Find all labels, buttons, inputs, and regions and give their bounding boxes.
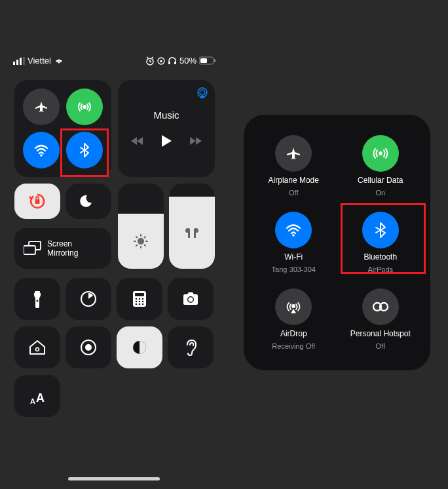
bluetooth-icon <box>371 221 390 239</box>
hotspot-sub: Off <box>376 342 385 350</box>
svg-rect-1 <box>16 60 18 65</box>
flashlight-tile[interactable] <box>14 278 60 320</box>
svg-rect-0 <box>13 62 15 65</box>
svg-rect-16 <box>35 199 40 204</box>
status-right: 50% <box>145 56 216 66</box>
screens-icon <box>24 241 42 256</box>
svg-rect-28 <box>34 293 41 296</box>
wifi-label: Wi-Fi <box>284 252 303 262</box>
svg-point-47 <box>85 344 92 351</box>
cellular-data-item[interactable]: Cellular Data On <box>337 128 424 205</box>
airplane-toggle[interactable] <box>23 88 60 125</box>
dark-mode-icon <box>131 339 148 356</box>
svg-point-50 <box>292 234 295 237</box>
home-tile[interactable] <box>14 326 60 368</box>
airdrop-item[interactable]: AirDrop Receiving Off <box>250 281 337 357</box>
svg-rect-11 <box>214 59 215 62</box>
cellular-sub: On <box>375 189 385 197</box>
hotspot-icon <box>371 300 390 313</box>
svg-point-34 <box>136 298 138 300</box>
rotation-lock-icon <box>28 191 47 211</box>
svg-line-25 <box>145 244 146 246</box>
shortcut-row-1 <box>14 278 214 320</box>
screen-mirroring-tile[interactable]: Screen Mirroring <box>14 228 111 269</box>
bluetooth-toggle-big[interactable] <box>362 212 399 248</box>
hotspot-toggle-big[interactable] <box>362 288 399 325</box>
hearing-tile[interactable] <box>168 326 214 368</box>
hotspot-item[interactable]: Personal Hotspot Off <box>337 281 424 357</box>
music-tile[interactable]: Music <box>118 80 215 177</box>
flashlight-icon <box>32 290 43 308</box>
camera-tile[interactable] <box>168 278 214 320</box>
wifi-icon <box>33 142 50 159</box>
prev-track-icon[interactable] <box>131 136 144 146</box>
cellular-icon <box>76 98 93 115</box>
svg-point-19 <box>138 238 144 244</box>
calculator-tile[interactable] <box>117 278 162 320</box>
wifi-item[interactable]: Wi-Fi Tang 303-304 <box>250 205 337 281</box>
brightness-icon <box>134 234 148 248</box>
svg-rect-33 <box>135 293 144 296</box>
home-icon <box>29 339 46 356</box>
camera-icon <box>181 292 200 306</box>
svg-point-45 <box>36 348 39 351</box>
airplane-sub: Off <box>289 189 298 197</box>
do-not-disturb-tile[interactable] <box>65 184 111 219</box>
screen-mirroring-label: Screen Mirroring <box>47 239 78 258</box>
svg-point-37 <box>136 301 138 303</box>
status-left: Viettel <box>13 56 64 66</box>
battery-icon <box>199 56 216 65</box>
brightness-slider[interactable] <box>118 184 164 269</box>
dark-mode-tile[interactable] <box>117 326 162 368</box>
airplane-label: Airplane Mode <box>269 176 319 185</box>
svg-rect-30 <box>35 291 40 293</box>
airplane-toggle-big[interactable] <box>275 135 312 172</box>
play-icon[interactable] <box>160 134 173 148</box>
bluetooth-label: Bluetooth <box>364 252 397 262</box>
svg-rect-3 <box>23 57 25 65</box>
svg-rect-18 <box>24 246 35 254</box>
svg-point-12 <box>83 105 86 109</box>
svg-line-26 <box>136 244 138 246</box>
svg-point-29 <box>37 300 39 302</box>
wifi-toggle-big[interactable] <box>275 212 312 248</box>
svg-point-40 <box>136 303 138 305</box>
moon-icon <box>80 193 97 210</box>
timer-tile[interactable] <box>65 278 111 320</box>
svg-point-41 <box>139 303 141 305</box>
svg-point-51 <box>291 304 295 308</box>
shortcut-row-2 <box>14 326 214 368</box>
bluetooth-sub: AirPods <box>367 265 393 273</box>
text-size-tile[interactable]: AA <box>14 375 60 417</box>
headphones-icon <box>168 56 177 66</box>
svg-point-36 <box>142 298 144 300</box>
wifi-toggle[interactable] <box>23 132 60 168</box>
rotation-lock-tile[interactable] <box>14 184 60 219</box>
cellular-toggle-big[interactable] <box>362 135 399 172</box>
svg-point-42 <box>142 303 144 305</box>
svg-rect-8 <box>174 62 176 64</box>
next-track-icon[interactable] <box>189 136 202 146</box>
svg-line-27 <box>145 237 146 238</box>
airpods-icon <box>184 225 200 240</box>
airdrop-toggle-big[interactable] <box>275 288 312 325</box>
ear-icon <box>183 338 198 357</box>
svg-point-38 <box>139 301 141 303</box>
airplane-mode-item[interactable]: Airplane Mode Off <box>250 128 337 205</box>
airdrop-label: AirDrop <box>280 329 307 338</box>
connectivity-tile[interactable] <box>14 80 111 177</box>
cellular-toggle[interactable] <box>66 88 103 125</box>
screen-record-tile[interactable] <box>65 326 111 368</box>
volume-slider[interactable] <box>169 184 215 269</box>
home-indicator[interactable] <box>68 477 160 480</box>
bluetooth-toggle[interactable] <box>66 132 103 168</box>
timer-icon <box>80 290 97 307</box>
airplane-icon <box>33 99 49 115</box>
airplay-icon[interactable] <box>196 87 208 98</box>
status-bar: Viettel 50% <box>13 56 216 66</box>
bluetooth-icon <box>76 142 93 159</box>
bluetooth-item[interactable]: Bluetooth AirPods <box>337 205 424 281</box>
battery-pct: 50% <box>179 56 196 66</box>
svg-rect-7 <box>168 62 170 64</box>
svg-point-39 <box>142 301 144 303</box>
